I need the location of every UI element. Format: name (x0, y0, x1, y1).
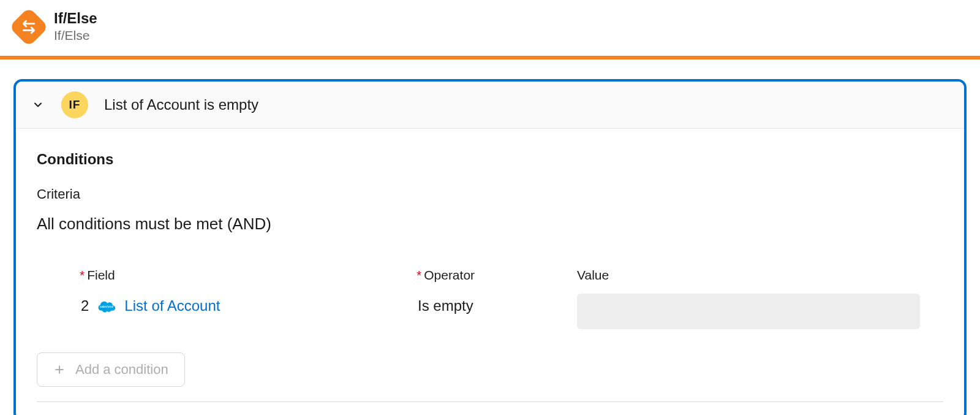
criteria-value[interactable]: All conditions must be met (AND) (37, 215, 943, 234)
conditions-heading: Conditions (37, 151, 943, 168)
operator-column-label: * Operator (418, 268, 577, 283)
field-label-text: Field (87, 268, 115, 283)
divider (37, 402, 943, 402)
if-panel: IF List of Account is empty Conditions C… (13, 79, 967, 415)
field-value-link[interactable]: List of Account (124, 297, 220, 314)
condition-row: * Field 2 salesforce List of Account (37, 268, 943, 329)
operator-label-text: Operator (424, 268, 475, 283)
value-label-text: Value (577, 268, 609, 283)
if-badge: IF (61, 91, 88, 118)
step-number: 2 (81, 297, 89, 314)
panel-header[interactable]: IF List of Account is empty (16, 82, 964, 129)
ifelse-icon (9, 7, 48, 47)
add-condition-label: Add a condition (75, 362, 168, 378)
chevron-down-icon[interactable] (32, 99, 44, 111)
value-input[interactable] (577, 294, 920, 329)
field-column-label: * Field (81, 268, 418, 283)
required-asterisk-icon: * (80, 268, 85, 283)
svg-text:salesforce: salesforce (100, 305, 114, 308)
page-subtitle: If/Else (54, 28, 97, 44)
plus-icon (53, 364, 66, 376)
panel-body: Conditions Criteria All conditions must … (16, 129, 964, 415)
value-column-label: Value (577, 268, 920, 283)
required-asterisk-icon: * (417, 268, 421, 283)
criteria-label: Criteria (37, 186, 943, 202)
salesforce-icon: salesforce (96, 299, 117, 313)
page-title: If/Else (54, 10, 97, 28)
page-header: If/Else If/Else (0, 0, 980, 59)
operator-value[interactable]: Is empty (418, 297, 577, 314)
add-condition-button[interactable]: Add a condition (37, 352, 185, 387)
panel-title: List of Account is empty (104, 96, 258, 113)
